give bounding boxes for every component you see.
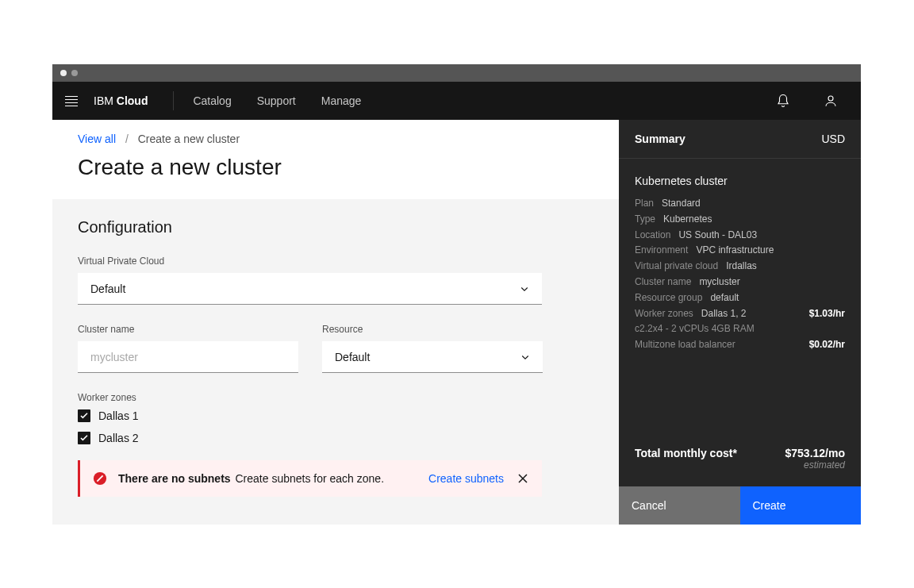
summary-line: Virtual private cloudIrdallas [635, 259, 845, 273]
cluster-name-input[interactable] [78, 341, 298, 373]
summary-title: Summary [635, 133, 686, 145]
chevron-down-icon [520, 284, 529, 294]
create-button[interactable]: Create [740, 486, 862, 525]
nav-manage[interactable]: Manage [321, 94, 362, 107]
worker-zone-checkbox[interactable]: Dallas 1 [78, 409, 593, 422]
error-notification: There are no subnets Create subnets for … [78, 460, 542, 497]
summary-line: EnvironmentVPC infrastructure [635, 244, 845, 257]
breadcrumb-separator: / [125, 133, 129, 145]
notification-message: There are no subnets Create subnets for … [118, 472, 428, 485]
chevron-down-icon [520, 352, 530, 362]
summary-line: Resource groupdefault [635, 291, 845, 305]
resource-dropdown[interactable]: Default [322, 341, 543, 373]
summary-line: Cluster namemycluster [635, 275, 845, 289]
worker-zone-checkbox[interactable]: Dallas 2 [78, 432, 593, 444]
brand-logo: IBM Cloud [94, 94, 148, 107]
close-icon[interactable] [517, 472, 529, 485]
breadcrumb-current: Create a new cluster [138, 133, 240, 145]
summary-currency: USD [821, 133, 845, 145]
window-titlebar [52, 64, 861, 82]
configuration-heading: Configuration [78, 218, 593, 236]
page-title: Create a new cluster [78, 155, 593, 180]
summary-subtitle: Kubernetes cluster [635, 175, 845, 187]
window-dot [60, 70, 67, 76]
menu-icon[interactable] [65, 93, 81, 109]
create-subnets-link[interactable]: Create subnets [428, 472, 504, 485]
cluster-name-label: Cluster name [78, 324, 298, 335]
summary-line: Multizone load balancer$0.02/hr [635, 338, 845, 352]
checkbox-label: Dallas 2 [98, 432, 139, 444]
svg-point-0 [828, 96, 833, 101]
summary-line: Worker zonesDallas 1, 2$1.03/hr [635, 307, 845, 321]
checkbox-icon [78, 432, 90, 444]
summary-panel: Summary USD Kubernetes cluster PlanStand… [619, 120, 861, 525]
divider [173, 91, 174, 110]
nav-support[interactable]: Support [257, 94, 296, 107]
total-estimated: estimated [785, 459, 846, 471]
summary-line: c2.2x4 - 2 vCPUs 4GB RAM [635, 322, 845, 336]
checkbox-icon [78, 409, 90, 422]
breadcrumb-link[interactable]: View all [78, 133, 116, 145]
app-header: IBM Cloud Catalog Support Manage [52, 82, 861, 120]
worker-zones-label: Worker zones [78, 392, 593, 403]
user-avatar-icon[interactable] [813, 82, 848, 120]
total-label: Total monthly cost* [635, 447, 737, 459]
summary-line: TypeKubernetes [635, 213, 845, 226]
checkbox-label: Dallas 1 [98, 409, 139, 422]
vpc-dropdown-value: Default [90, 282, 125, 295]
summary-line: LocationUS South - DAL03 [635, 229, 845, 242]
nav-catalog[interactable]: Catalog [193, 94, 231, 107]
summary-line: PlanStandard [635, 197, 845, 210]
vpc-label: Virtual Private Cloud [78, 256, 542, 267]
breadcrumb: View all / Create a new cluster [78, 133, 593, 145]
error-icon [93, 471, 107, 486]
notifications-icon[interactable] [766, 82, 801, 120]
vpc-dropdown[interactable]: Default [78, 273, 542, 305]
cancel-button[interactable]: Cancel [619, 486, 740, 525]
window-dot [71, 70, 78, 76]
resource-label: Resource [322, 324, 543, 335]
total-value: $753.12/mo [785, 447, 846, 459]
resource-dropdown-value: Default [335, 351, 370, 363]
